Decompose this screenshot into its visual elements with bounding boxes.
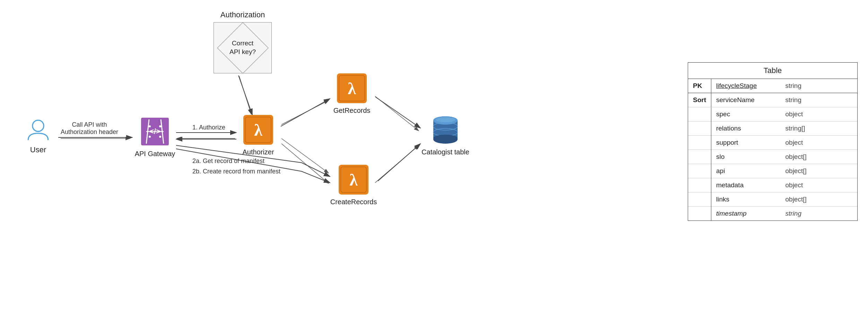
svg-line-7: [281, 138, 329, 173]
diagram-container: Call API with Authorization header 1. Au…: [0, 0, 868, 333]
user-icon: [26, 118, 51, 143]
svg-point-27: [159, 136, 161, 138]
apigw-label: API Gateway: [135, 150, 175, 158]
node-apigw: </> API Gateway: [132, 116, 177, 158]
svg-line-16: [375, 97, 420, 128]
svg-line-4: [239, 76, 251, 114]
svg-line-6: [375, 96, 419, 131]
dynamo-icon: [430, 114, 461, 145]
node-user: User: [21, 118, 55, 154]
svg-point-45: [436, 117, 455, 122]
svg-line-9: [375, 145, 419, 183]
svg-text:</>: </>: [149, 127, 160, 136]
svg-line-15: [281, 99, 330, 126]
node-createrecords: λ CreateRecords: [329, 164, 378, 206]
svg-point-25: [149, 136, 151, 138]
table-row: support object: [688, 136, 857, 150]
table-field-slo: slo: [711, 150, 781, 164]
createrecords-label: CreateRecords: [330, 198, 377, 206]
table-field-relations: relations: [711, 122, 781, 136]
svg-point-43: [433, 135, 458, 142]
table-key-empty7: [688, 192, 711, 207]
table-field-servicename: serviceName: [711, 93, 781, 107]
svg-line-17: [378, 144, 420, 181]
svg-line-14: [238, 75, 252, 115]
table-key-empty2: [688, 122, 711, 136]
createrecords-lambda-icon: λ: [338, 164, 369, 195]
label-2b: 2b. Create record from manifest: [192, 168, 280, 175]
table-type-api: object[]: [781, 164, 858, 178]
label-2a: 2a. Get record of manifest: [192, 158, 264, 165]
table-type-servicename: string: [781, 93, 858, 107]
table-field-spec: spec: [711, 107, 781, 122]
auth-diamond-text: CorrectAPI key?: [229, 39, 256, 56]
table-type-relations: string[]: [781, 122, 858, 136]
table-field-lifecycle: lifecycleStage: [711, 79, 781, 93]
svg-text:λ: λ: [254, 121, 262, 139]
table-row: links object[]: [688, 192, 857, 207]
table-type-spec: object: [781, 107, 858, 122]
table-type-timestamp: string: [781, 207, 858, 221]
svg-point-26: [159, 125, 161, 127]
table-key-empty3: [688, 136, 711, 150]
table-key-pk: PK: [688, 79, 711, 93]
getrecords-label: GetRecords: [333, 107, 371, 115]
svg-line-8: [281, 144, 329, 183]
table-type-metadata: object: [781, 178, 858, 192]
table-row: api object[]: [688, 164, 857, 178]
table-row: timestamp string: [688, 207, 857, 221]
node-getrecords: λ GetRecords: [329, 73, 374, 115]
table-key-empty4: [688, 150, 711, 164]
table-field-links: links: [711, 192, 781, 207]
table-key-empty5: [688, 164, 711, 178]
svg-line-5: [281, 100, 329, 125]
table-key-empty: [688, 107, 711, 122]
label-authorize: 1. Authorize: [192, 124, 225, 131]
table-key-sort: Sort: [688, 93, 711, 107]
table-type-links: object[]: [781, 192, 858, 207]
table-row: metadata object: [688, 178, 857, 192]
table-body: PK lifecycleStage string Sort serviceNam…: [688, 79, 857, 220]
getrecords-lambda-icon: λ: [336, 73, 367, 104]
table-key-empty6: [688, 178, 711, 192]
table-type-slo: object[]: [781, 150, 858, 164]
svg-point-24: [149, 125, 151, 127]
table-field-timestamp: timestamp: [711, 207, 781, 221]
dynamo-label: Catalogist table: [422, 148, 469, 156]
table-type-support: object: [781, 136, 858, 150]
table-key-empty8: [688, 207, 711, 221]
apigw-icon: </>: [139, 116, 171, 147]
user-label: User: [30, 145, 46, 154]
table-field-metadata: metadata: [711, 178, 781, 192]
svg-text:λ: λ: [349, 171, 358, 189]
authorizer-label: Authorizer: [242, 148, 274, 156]
table-field-api: api: [711, 164, 781, 178]
table-row: spec object: [688, 107, 857, 122]
svg-text:λ: λ: [348, 79, 356, 98]
auth-box: Authorization CorrectAPI key?: [208, 10, 277, 73]
table-row: slo object[]: [688, 150, 857, 164]
table-panel: Table PK lifecycleStage string Sort serv…: [688, 62, 858, 221]
table-row: PK lifecycleStage string: [688, 79, 857, 93]
table-row: Sort serviceName string: [688, 93, 857, 107]
label-call-api: Call API with Authorization header: [61, 121, 118, 136]
node-dynamo: Catalogist table: [419, 114, 471, 156]
table-row: relations string[]: [688, 122, 857, 136]
svg-point-18: [33, 120, 44, 131]
table-title: Table: [688, 63, 857, 79]
authorizer-lambda-icon: λ: [243, 114, 274, 145]
auth-top-label: Authorization: [220, 10, 265, 19]
table-field-support: support: [711, 136, 781, 150]
node-authorizer: λ Authorizer: [236, 114, 281, 156]
table-type-lifecycle: string: [781, 79, 858, 93]
